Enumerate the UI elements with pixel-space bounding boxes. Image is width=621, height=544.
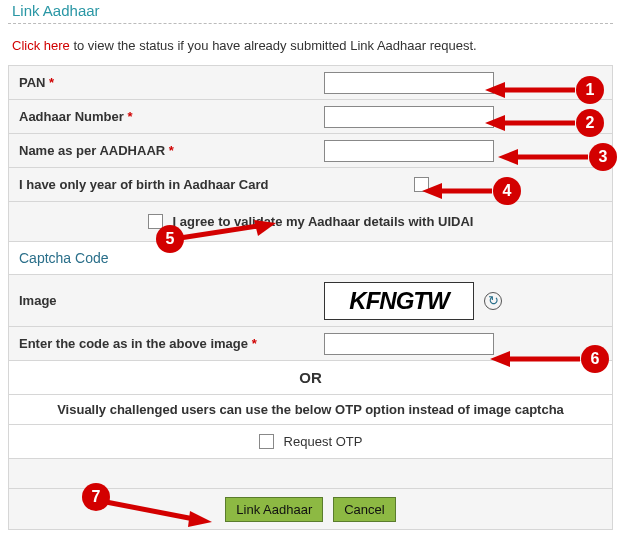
status-line: Click here to view the status if you hav…	[8, 36, 613, 65]
page-title: Link Aadhaar	[8, 0, 613, 24]
yob-row: I have only year of birth in Aadhaar Car…	[9, 168, 612, 202]
click-here-link[interactable]: Click here	[12, 38, 70, 53]
vc-row: Visually challenged users can use the be…	[9, 395, 612, 425]
name-input[interactable]	[324, 140, 494, 162]
name-label: Name as per AADHAAR *	[19, 143, 324, 158]
aadhaar-no-row: Aadhaar Number *	[9, 100, 612, 134]
pan-input[interactable]	[324, 72, 494, 94]
name-row: Name as per AADHAAR *	[9, 134, 612, 168]
yob-label: I have only year of birth in Aadhaar Car…	[19, 177, 414, 192]
button-row: Link Aadhaar Cancel	[9, 489, 612, 529]
spacer-row	[9, 459, 612, 489]
otp-row: Request OTP	[9, 425, 612, 459]
captcha-image-label: Image	[19, 293, 324, 308]
captcha-input[interactable]	[324, 333, 494, 355]
captcha-image-row: Image KFNGTW ↻	[9, 275, 612, 327]
aadhaar-no-label: Aadhaar Number *	[19, 109, 324, 124]
cancel-button[interactable]: Cancel	[333, 497, 395, 522]
or-row: OR	[9, 361, 612, 395]
aadhaar-no-input[interactable]	[324, 106, 494, 128]
consent-label: I agree to validate my Aadhaar details w…	[173, 214, 474, 229]
consent-checkbox[interactable]	[148, 214, 163, 229]
consent-row: I agree to validate my Aadhaar details w…	[9, 202, 612, 242]
yob-checkbox[interactable]	[414, 177, 429, 192]
status-text: to view the status if you have already s…	[70, 38, 477, 53]
form-panel: PAN * Aadhaar Number * Name as per AADHA…	[8, 65, 613, 530]
pan-row: PAN *	[9, 66, 612, 100]
link-aadhaar-button[interactable]: Link Aadhaar	[225, 497, 323, 522]
captcha-enter-label: Enter the code as in the above image *	[19, 336, 324, 351]
captcha-image: KFNGTW	[324, 282, 474, 320]
refresh-icon[interactable]: ↻	[484, 292, 502, 310]
request-otp-label: Request OTP	[284, 434, 363, 449]
pan-label: PAN *	[19, 75, 324, 90]
captcha-enter-row: Enter the code as in the above image *	[9, 327, 612, 361]
captcha-heading: Captcha Code	[9, 242, 612, 275]
request-otp-checkbox[interactable]	[259, 434, 274, 449]
